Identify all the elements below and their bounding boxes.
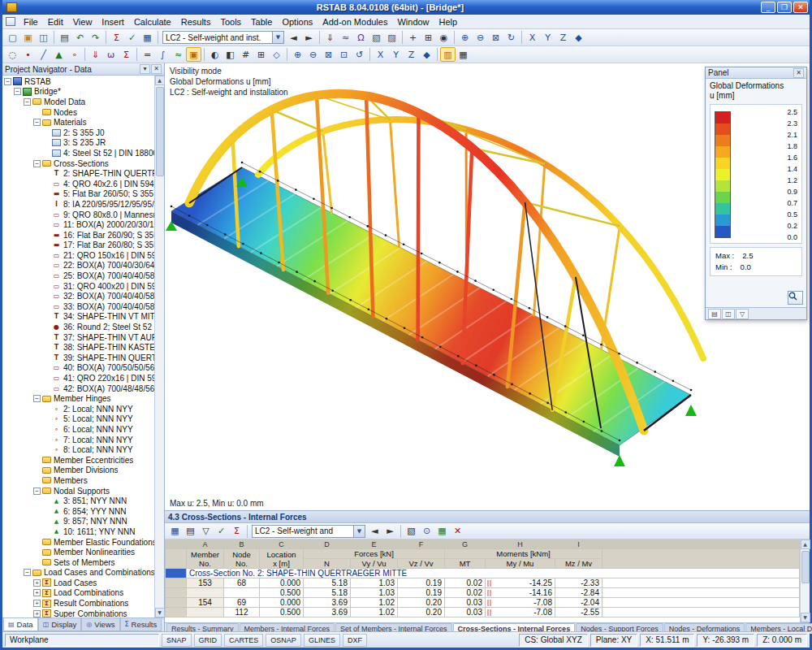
chevron-down-icon[interactable]: ▼ <box>353 526 365 537</box>
scroll-up-icon[interactable]: ▲ <box>801 540 810 549</box>
pin-icon[interactable]: ▾ <box>140 64 150 74</box>
tree-item-nodes[interactable]: Nodes <box>2 107 154 118</box>
tree-item-super-combinations[interactable]: +ΣSuper Combinations <box>2 609 154 618</box>
load-case-icon[interactable]: ⇓ <box>88 47 103 62</box>
snap-icon[interactable]: ◉ <box>436 30 451 45</box>
tree-item-9-qro-80x8-0-mannesmann[interactable]: ▭9: QRO 80x8.0 | Mannesmann;... <box>2 210 154 220</box>
tree-item-5-local-nnn-nyy[interactable]: ∘5: Local; NNN NYY <box>2 414 154 425</box>
scroll-thumb[interactable] <box>156 87 164 176</box>
panel-tab-color-scale[interactable]: ▤ <box>708 309 721 319</box>
tree-item-cross-sections[interactable]: −Cross-Sections <box>2 158 154 169</box>
column-header-mz-mv[interactable]: Mz / Mv <box>555 559 603 569</box>
navigator-titlebar[interactable]: Project Navigator - Data ▾ ✕ <box>2 63 164 76</box>
tree-item-34-shape-thin-vt-mitte-op[interactable]: T34: SHAPE-THIN VT MITTE OP... <box>2 312 154 323</box>
table-row[interactable]: 154690.0003.691.020.200.03-7.08-2.04 <box>166 598 800 608</box>
location-header[interactable]: Locationx [m] <box>260 549 304 569</box>
zoom-window-icon[interactable]: ⊠ <box>321 47 336 62</box>
row-selector[interactable] <box>166 598 187 608</box>
maximize-button[interactable]: ❐ <box>777 2 792 13</box>
tree-item-2-shape-thin-quertraeger[interactable]: T2: SHAPE-THIN QUERTRAEGER... <box>2 168 154 179</box>
collapse-icon[interactable]: − <box>4 78 11 85</box>
column-letter[interactable]: I <box>555 540 603 549</box>
table-filter-icon[interactable]: ▽ <box>198 524 214 539</box>
zoom-in-icon[interactable]: ⊕ <box>290 47 305 62</box>
table-loadcase-combo[interactable]: LC2 - Self-weight and▼ <box>252 525 365 538</box>
minimize-button[interactable]: _ <box>761 2 775 13</box>
column-header-vy-vu[interactable]: Vy / Vu <box>351 559 398 569</box>
tree-item-result-combinations[interactable]: +ΣResult Combinations <box>2 598 154 609</box>
tree-item-bridge[interactable]: −Bridge* <box>2 87 154 98</box>
zoom-window-icon[interactable]: ⊠ <box>488 30 503 45</box>
tree-item-member-elastic-foundations[interactable]: Member Elastic Foundations <box>2 537 154 548</box>
rotate-view-icon[interactable]: ↻ <box>503 30 519 45</box>
tree-item-model-data[interactable]: −Model Data <box>2 97 154 107</box>
tree-item-8-local-nnn-nyy[interactable]: ∘8: Local; NNN NYY <box>2 444 154 455</box>
grid-icon[interactable]: ⊞ <box>421 30 436 45</box>
scroll-down-icon[interactable]: ▼ <box>801 613 810 622</box>
table-print-icon[interactable]: ▧ <box>404 524 419 539</box>
deformation-icon[interactable]: ≈ <box>171 47 186 62</box>
column-letter[interactable]: G <box>445 540 486 549</box>
column-header-vz-vv[interactable]: Vz / Vv <box>398 559 445 569</box>
expand-icon[interactable]: + <box>33 610 41 618</box>
render-icon[interactable]: ▣ <box>186 47 201 62</box>
close-icon[interactable]: ✕ <box>793 68 804 78</box>
tree-item-40-box-a-700-50-50-560-125[interactable]: ▭40: BOX(A) 700/50/50/560/125... <box>2 363 154 374</box>
magnifier-icon[interactable] <box>788 291 803 305</box>
table-row[interactable]: 153680.0005.181.030.190.02-14.25-2.33 <box>166 578 800 588</box>
tree-item-31-qro-400x20-din-59410-19[interactable]: ▭31: QRO 400x20 | DIN 59410:19... <box>2 281 154 292</box>
orbit-icon[interactable]: ↺ <box>352 47 367 62</box>
table-prev-loadcase-icon[interactable]: ◄ <box>367 524 382 539</box>
print-icon[interactable]: ▤ <box>57 30 72 45</box>
column-letter[interactable]: C <box>260 540 304 549</box>
numbering-icon[interactable]: # <box>238 47 253 62</box>
tree-item-8-ia-220-95-95-12-95-95-12-10[interactable]: I8: IA 220/95/95/12/95/95/12/10... <box>2 199 154 210</box>
table-settings-icon[interactable]: ▤ <box>183 524 198 539</box>
tree-item-6-local-nnn-nyy[interactable]: ∘6: Local; NNN NYY <box>2 424 154 435</box>
workgrid-icon[interactable]: ⊞ <box>253 47 269 62</box>
menu-file[interactable]: File <box>19 15 43 28</box>
clipping-icon[interactable]: ◧ <box>222 47 238 62</box>
check-model-icon[interactable]: ✓ <box>124 30 140 45</box>
row-selector[interactable] <box>166 578 187 588</box>
moment-diagram-icon[interactable]: Ω <box>353 30 369 45</box>
row-selector[interactable] <box>166 588 187 598</box>
view-iso-icon[interactable]: ◆ <box>419 47 434 62</box>
column-letter[interactable]: D <box>304 540 351 549</box>
tree-item-10-1611-yny-nnn[interactable]: ▲10: 1611; YNY NNN <box>2 526 154 537</box>
toggle-glines[interactable]: GLINES <box>304 634 340 647</box>
tree-item-21-qro-150x16-din-59410-19[interactable]: ▭21: QRO 150x16 | DIN 59410:19... <box>2 250 154 261</box>
new-file-icon[interactable]: ▢ <box>5 30 20 45</box>
menu-table[interactable]: Table <box>246 15 277 28</box>
toggle-cartes[interactable]: CARTES <box>224 634 263 647</box>
internal-forces-icon[interactable]: ∫ <box>155 47 171 62</box>
results-icon[interactable]: ≈ <box>338 30 353 45</box>
tree-item-32-box-a-700-40-40-580-125[interactable]: ▭32: BOX(A) 700/40/40/580/125... <box>2 291 154 301</box>
tree-item-3-s-235-jr[interactable]: 3: S 235 JR <box>2 138 154 149</box>
table-next-loadcase-icon[interactable]: ► <box>382 524 398 539</box>
view-xy-icon[interactable]: X <box>373 47 388 62</box>
tree-item-materials[interactable]: −Materials <box>2 117 154 128</box>
tree-item-25-box-a-700-40-40-580-125[interactable]: ▭25: BOX(A) 700/40/40/580/125... <box>2 271 154 281</box>
navigator-scrollbar[interactable]: ▲ ▼ <box>154 76 164 618</box>
menu-calculate[interactable]: Calculate <box>129 15 176 28</box>
panel-tab-filter[interactable]: ▽ <box>736 309 749 319</box>
tree-item-6-854-yyy-nnn[interactable]: ▲6: 854; YYY NNN <box>2 506 154 517</box>
select-icon[interactable]: ◌ <box>5 47 20 62</box>
zoom-out-icon[interactable]: ⊖ <box>473 30 488 45</box>
previous-loadcase-icon[interactable]: ◄ <box>286 30 301 45</box>
menu-tools[interactable]: Tools <box>215 15 246 28</box>
collapse-icon[interactable]: − <box>33 395 41 402</box>
tree-item-4-qro-40x2-6-din-59410-1974[interactable]: ▭4: QRO 40x2.6 | DIN 59410:1974 <box>2 179 154 189</box>
hinge-tool-icon[interactable]: ∘ <box>67 47 82 62</box>
expand-icon[interactable]: + <box>33 579 41 587</box>
scroll-thumb[interactable] <box>801 551 810 583</box>
close-button[interactable]: ✕ <box>793 2 808 13</box>
tree-item-member-nonlinearities[interactable]: Member Nonlinearities <box>2 547 154 557</box>
expand-icon[interactable]: + <box>33 589 41 596</box>
tree-item-41-qro-220x16-din-59410-1[interactable]: ▭41: QRO 220x16 | DIN 59410:1... <box>2 373 154 384</box>
tables-icon[interactable]: ▦ <box>140 30 155 45</box>
member-tool-icon[interactable]: ╱ <box>36 47 51 62</box>
toggle-grid[interactable]: GRID <box>194 634 222 647</box>
column-header-my-mu[interactable]: My / Mu <box>486 559 555 569</box>
